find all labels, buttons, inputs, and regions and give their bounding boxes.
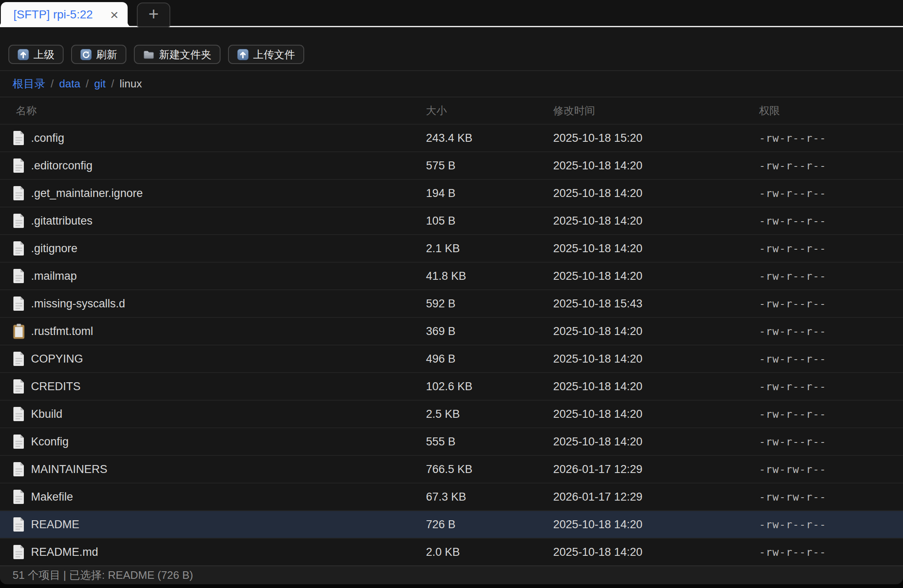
file-name: .config: [31, 132, 64, 145]
table-row[interactable]: .mailmap 41.8 KB 2025-10-18 14:20 -rw-r-…: [0, 262, 903, 289]
file-icon: [13, 185, 25, 201]
file-icon: [13, 213, 25, 229]
file-perms: -rw-r--r--: [759, 436, 903, 448]
table-header: 名称 大小 修改时间 权限: [0, 97, 903, 124]
table-row[interactable]: README.md 2.0 KB 2025-10-18 14:20 -rw-r-…: [0, 538, 903, 565]
breadcrumb-separator: /: [111, 77, 114, 90]
file-mtime: 2025-10-18 14:20: [553, 380, 759, 393]
up-arrow-icon: [18, 49, 29, 60]
file-mtime: 2026-01-17 12:29: [553, 463, 759, 476]
file-size: 575 B: [426, 159, 553, 172]
breadcrumb-item-git[interactable]: git: [94, 77, 105, 90]
file-name: .missing-syscalls.d: [31, 297, 125, 310]
file-size: 555 B: [426, 435, 553, 448]
file-size: 102.6 KB: [426, 380, 553, 393]
file-icon: [13, 158, 25, 174]
file-name: .rustfmt.toml: [31, 325, 93, 338]
table-row[interactable]: COPYING 496 B 2025-10-18 14:20 -rw-r--r-…: [0, 345, 903, 372]
app-window: [SFTP] rpi-5:22 × + 上级 刷新 新建文件夹 上传文件 根目录…: [0, 0, 903, 588]
breadcrumb-separator: /: [86, 77, 89, 90]
file-mtime: 2025-10-18 14:20: [553, 408, 759, 421]
plus-icon: +: [149, 5, 159, 23]
breadcrumb-item-data[interactable]: data: [59, 77, 80, 90]
table-row[interactable]: .rustfmt.toml 369 B 2025-10-18 14:20 -rw…: [0, 317, 903, 345]
file-mtime: 2025-10-18 14:20: [553, 435, 759, 448]
file-perms: -rw-r--r--: [759, 298, 903, 310]
table-row[interactable]: .config 243.4 KB 2025-10-18 15:20 -rw-r-…: [0, 124, 903, 151]
file-icon: [13, 268, 25, 284]
file-name: MAINTAINERS: [31, 463, 108, 476]
file-mtime: 2025-10-18 14:20: [553, 242, 759, 255]
status-text: 51 个项目 | 已选择: README (726 B): [13, 568, 193, 583]
file-mtime: 2025-10-18 14:20: [553, 546, 759, 559]
breadcrumb: 根目录/data/git/linux: [0, 71, 903, 97]
file-size: 496 B: [426, 353, 553, 366]
table-row[interactable]: README 726 B 2025-10-18 14:20 -rw-r--r--: [0, 510, 903, 538]
table-row[interactable]: .missing-syscalls.d 592 B 2025-10-18 15:…: [0, 289, 903, 317]
file-mtime: 2025-10-18 14:20: [553, 187, 759, 200]
file-size: 67.3 KB: [426, 491, 553, 504]
file-name: .gitattributes: [31, 215, 92, 228]
table-row[interactable]: MAINTAINERS 766.5 KB 2026-01-17 12:29 -r…: [0, 455, 903, 483]
file-name: .gitignore: [31, 242, 77, 255]
file-icon: [13, 378, 25, 394]
file-perms: -rw-r--r--: [759, 187, 903, 199]
status-bar: 51 个项目 | 已选择: README (726 B): [0, 565, 903, 584]
table-row[interactable]: .gitignore 2.1 KB 2025-10-18 14:20 -rw-r…: [0, 234, 903, 262]
file-perms: -rw-r--r--: [759, 243, 903, 255]
file-perms: -rw-r--r--: [759, 408, 903, 420]
file-icon: [13, 489, 25, 505]
file-perms: -rw-r--r--: [759, 381, 903, 393]
file-perms: -rw-rw-r--: [759, 491, 903, 503]
toolbar: 上级 刷新 新建文件夹 上传文件: [0, 27, 903, 71]
close-icon[interactable]: ×: [110, 8, 118, 22]
new-folder-icon: [143, 49, 154, 60]
file-name: .editorconfig: [31, 159, 92, 172]
file-icon: [13, 434, 25, 450]
file-icon: [13, 240, 25, 256]
file-perms: -rw-r--r--: [759, 546, 903, 558]
file-mtime: 2025-10-18 14:20: [553, 518, 759, 531]
file-size: 2.5 KB: [426, 408, 553, 421]
table-row[interactable]: Makefile 67.3 KB 2026-01-17 12:29 -rw-rw…: [0, 483, 903, 510]
table-row[interactable]: .editorconfig 575 B 2025-10-18 14:20 -rw…: [0, 151, 903, 179]
file-mtime: 2025-10-18 15:20: [553, 132, 759, 145]
file-name: README: [31, 518, 80, 531]
file-browser-panel: 上级 刷新 新建文件夹 上传文件 根目录/data/git/linux 名称 大…: [0, 27, 903, 584]
file-size: 726 B: [426, 518, 553, 531]
file-size: 105 B: [426, 215, 553, 228]
file-size: 369 B: [426, 325, 553, 338]
column-header-name[interactable]: 名称: [13, 104, 426, 118]
file-name: .mailmap: [31, 270, 77, 283]
refresh-icon: [80, 49, 92, 60]
file-icon: [13, 516, 25, 532]
table-row[interactable]: .get_maintainer.ignore 194 B 2025-10-18 …: [0, 179, 903, 207]
file-size: 2.1 KB: [426, 242, 553, 255]
breadcrumb-item-linux: linux: [120, 77, 142, 90]
new-tab-button[interactable]: +: [137, 3, 170, 27]
file-perms: -rw-r--r--: [759, 270, 903, 282]
table-row[interactable]: Kconfig 555 B 2025-10-18 14:20 -rw-r--r-…: [0, 427, 903, 455]
toolbar-button-new-folder[interactable]: 新建文件夹: [134, 45, 221, 64]
column-header-mtime[interactable]: 修改时间: [553, 104, 759, 118]
file-perms: -rw-r--r--: [759, 132, 903, 144]
column-header-perms[interactable]: 权限: [759, 104, 903, 118]
file-name: Kconfig: [31, 435, 69, 448]
table-row[interactable]: .gitattributes 105 B 2025-10-18 14:20 -r…: [0, 207, 903, 234]
file-perms: -rw-r--r--: [759, 325, 903, 337]
file-name: Kbuild: [31, 408, 62, 421]
upload-icon: [237, 49, 249, 60]
file-name: CREDITS: [31, 380, 81, 393]
clipboard-icon: [13, 323, 25, 339]
column-header-size[interactable]: 大小: [426, 104, 553, 118]
toolbar-button-refresh[interactable]: 刷新: [71, 45, 126, 64]
tab-sftp-session[interactable]: [SFTP] rpi-5:22 ×: [1, 2, 128, 27]
breadcrumb-item-根目录[interactable]: 根目录: [13, 77, 45, 91]
table-row[interactable]: CREDITS 102.6 KB 2025-10-18 14:20 -rw-r-…: [0, 372, 903, 400]
table-row[interactable]: Kbuild 2.5 KB 2025-10-18 14:20 -rw-r--r-…: [0, 400, 903, 427]
tab-title: [SFTP] rpi-5:22: [13, 8, 110, 21]
toolbar-button-upload[interactable]: 上传文件: [228, 45, 304, 64]
file-size: 766.5 KB: [426, 463, 553, 476]
toolbar-button-up-arrow[interactable]: 上级: [8, 45, 64, 64]
file-icon: [13, 351, 25, 367]
